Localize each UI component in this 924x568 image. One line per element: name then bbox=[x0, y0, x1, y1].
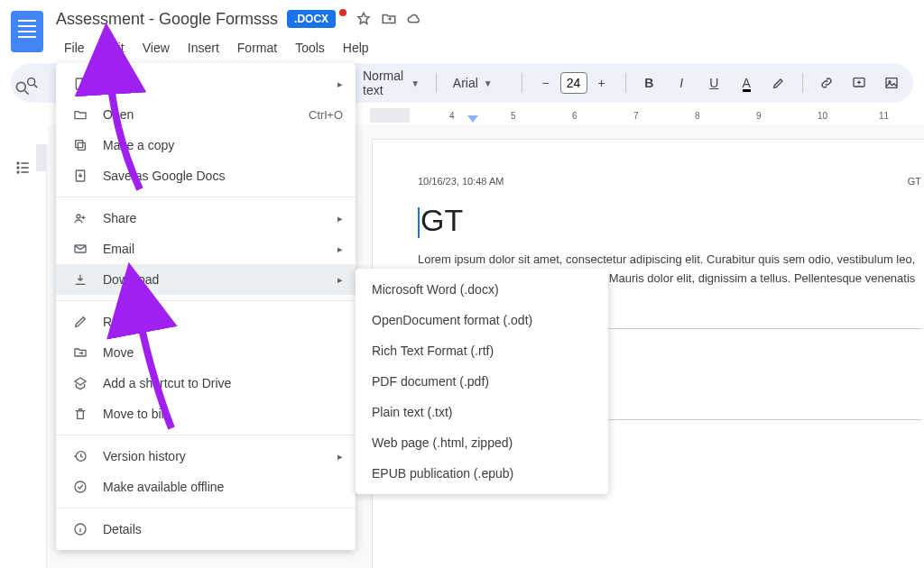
insert-image-icon[interactable] bbox=[879, 70, 904, 96]
download-html[interactable]: Web page (.html, zipped) bbox=[356, 427, 608, 458]
download-submenu: Microsoft Word (.docx) OpenDocument form… bbox=[356, 269, 608, 494]
download-odt[interactable]: OpenDocument format (.odt) bbox=[356, 305, 608, 335]
unsaved-indicator bbox=[339, 9, 346, 16]
menu-share[interactable]: Share▸ bbox=[56, 203, 356, 234]
menu-help[interactable]: Help bbox=[335, 37, 377, 59]
menu-format[interactable]: Format bbox=[229, 37, 285, 59]
menu-email[interactable]: Email▸ bbox=[56, 234, 356, 264]
svg-point-6 bbox=[17, 162, 19, 164]
add-comment-icon[interactable] bbox=[846, 70, 872, 96]
text-color-button[interactable]: A bbox=[734, 70, 759, 96]
download-rtf[interactable]: Rich Text Format (.rtf) bbox=[356, 335, 608, 366]
ruler-tick: 6 bbox=[572, 111, 578, 121]
font-size-input[interactable] bbox=[560, 72, 587, 94]
menu-edit[interactable]: Edit bbox=[95, 37, 133, 59]
paragraph-style-select[interactable]: Normal text▼ bbox=[357, 69, 425, 97]
menu-version-history[interactable]: Version history▸ bbox=[56, 441, 356, 472]
download-pdf[interactable]: PDF document (.pdf) bbox=[356, 366, 608, 397]
svg-point-7 bbox=[17, 167, 19, 169]
menu-save-as-gdocs[interactable]: Save as Google Docs bbox=[56, 160, 356, 191]
menu-move[interactable]: Move bbox=[56, 337, 356, 368]
ruler-tick: 7 bbox=[633, 111, 639, 121]
download-docx[interactable]: Microsoft Word (.docx) bbox=[356, 274, 608, 305]
svg-point-13 bbox=[77, 215, 80, 218]
doc-heading[interactable]: GT bbox=[418, 203, 921, 238]
ruler-tick: 10 bbox=[818, 111, 827, 121]
svg-point-8 bbox=[17, 171, 19, 173]
doc-header-right: GT bbox=[908, 176, 921, 187]
menu-tools[interactable]: Tools bbox=[287, 37, 333, 59]
move-folder-icon[interactable] bbox=[381, 11, 397, 27]
docx-badge: .DOCX bbox=[287, 10, 336, 28]
menu-details[interactable]: Details bbox=[56, 514, 356, 545]
menu-file[interactable]: File bbox=[56, 37, 93, 59]
font-family-select[interactable]: Arial▼ bbox=[448, 76, 511, 90]
star-icon[interactable] bbox=[356, 11, 372, 27]
svg-point-16 bbox=[75, 481, 86, 492]
decrease-font-icon[interactable]: − bbox=[533, 70, 559, 96]
indent-marker[interactable] bbox=[467, 115, 478, 124]
document-title[interactable]: Assessment - Google Formsss bbox=[56, 10, 278, 29]
ruler-tick: 5 bbox=[511, 111, 516, 121]
svg-marker-4 bbox=[467, 115, 478, 123]
highlight-button[interactable] bbox=[766, 70, 791, 96]
svg-rect-2 bbox=[886, 78, 897, 88]
menu-offline[interactable]: Make available offline bbox=[56, 472, 356, 502]
menu-insert[interactable]: Insert bbox=[180, 37, 227, 59]
menu-view[interactable]: View bbox=[134, 37, 178, 59]
menu-open[interactable]: OpenCtrl+O bbox=[56, 99, 356, 130]
svg-rect-9 bbox=[76, 78, 84, 89]
menu-move-to-bin[interactable]: Move to bin bbox=[56, 399, 356, 429]
bold-button[interactable]: B bbox=[636, 70, 661, 96]
ruler-tick: 9 bbox=[756, 111, 762, 121]
insert-link-icon[interactable] bbox=[814, 70, 839, 96]
underline-button[interactable]: U bbox=[701, 70, 726, 96]
download-txt[interactable]: Plain text (.txt) bbox=[356, 397, 608, 427]
ruler-tick: 11 bbox=[879, 111, 889, 121]
download-epub[interactable]: EPUB publication (.epub) bbox=[356, 458, 608, 489]
cloud-status-icon[interactable] bbox=[406, 11, 422, 27]
menu-rename[interactable]: Rename bbox=[56, 307, 356, 337]
ruler-tick: 4 bbox=[449, 111, 455, 121]
svg-rect-10 bbox=[78, 142, 85, 150]
menu-add-shortcut[interactable]: Add a shortcut to Drive bbox=[56, 368, 356, 399]
docs-logo[interactable] bbox=[11, 11, 43, 52]
vertical-ruler[interactable] bbox=[36, 144, 47, 568]
outline-icon[interactable] bbox=[14, 159, 32, 177]
menu-bar: File Edit View Insert Format Tools Help bbox=[56, 34, 913, 61]
menu-make-copy[interactable]: Make a copy bbox=[56, 130, 356, 160]
svg-point-5 bbox=[16, 82, 25, 91]
ruler-tick: 8 bbox=[695, 111, 700, 121]
search-icon[interactable] bbox=[14, 79, 32, 97]
italic-button[interactable]: I bbox=[669, 70, 694, 96]
menu-download[interactable]: Download▸ bbox=[56, 264, 356, 295]
menu-new[interactable]: New▸ bbox=[56, 69, 356, 99]
increase-font-icon[interactable]: + bbox=[589, 70, 614, 96]
doc-timestamp: 10/16/23, 10:48 AM bbox=[418, 176, 504, 187]
file-menu-dropdown: New▸ OpenCtrl+O Make a copy Save as Goog… bbox=[56, 63, 356, 550]
svg-rect-11 bbox=[76, 141, 83, 148]
